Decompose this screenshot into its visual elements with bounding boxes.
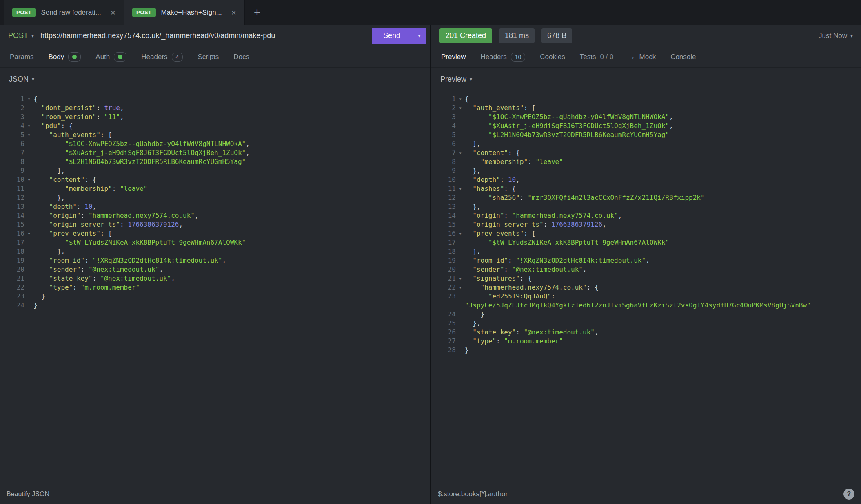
code-line[interactable]: 14 "origin": "hammerhead.nexy7574.co.uk"…: [7, 211, 427, 220]
response-filter-input[interactable]: [438, 490, 843, 498]
fold-toggle-icon[interactable]: ▾: [24, 95, 33, 104]
line-number: 3: [438, 113, 456, 122]
line-number: 1: [7, 95, 24, 104]
fold-spacer: [24, 193, 33, 202]
fold-spacer: [456, 166, 465, 175]
fold-toggle-icon[interactable]: ▾: [24, 175, 33, 184]
fold-spacer: [456, 113, 465, 122]
line-number: 16: [438, 229, 456, 238]
code-line[interactable]: 20 "sender": "@nex:timedout.uk",: [7, 265, 427, 274]
response-history-dropdown[interactable]: Just Now ▾: [819, 32, 857, 40]
line-number: 6: [7, 139, 24, 148]
code-line[interactable]: 19 "room_id": "!XRqZN3zQD2dtHc8I4k:timed…: [7, 256, 427, 265]
code-line[interactable]: 10▾ "content": {: [7, 175, 427, 184]
response-nav-tabs: Preview Headers 10 Cookies Tests 0 / 0 →…: [431, 46, 861, 68]
fold-toggle-icon[interactable]: ▾: [24, 229, 33, 238]
fold-spacer: [24, 113, 33, 122]
tab-tests[interactable]: Tests 0 / 0: [573, 46, 621, 67]
line-number: 19: [438, 256, 456, 265]
send-options-button[interactable]: ▾: [412, 28, 426, 44]
code-line[interactable]: 13 "depth": 10,: [7, 202, 427, 211]
add-tab-button[interactable]: +: [245, 0, 269, 25]
code-line[interactable]: 11 "membership": "leave": [7, 184, 427, 193]
tab-response-headers[interactable]: Headers 10: [473, 46, 533, 67]
status-badge: 201 Created: [439, 28, 492, 43]
fold-toggle-icon[interactable]: ▾: [456, 104, 465, 113]
code-line[interactable]: 7 "$XuAstr_j-eH9diSqF8J6T3FGDUct5lOqXjBe…: [7, 148, 427, 157]
request-tab-make-hash-sign[interactable]: POST Make+Hash+Sign... ×: [124, 0, 245, 25]
fold-toggle-icon[interactable]: ▾: [456, 229, 465, 238]
tab-console[interactable]: Console: [663, 46, 703, 67]
help-icon[interactable]: ?: [843, 489, 854, 500]
code-line: 1▾{: [438, 95, 858, 104]
code-line: 13 },: [438, 202, 858, 211]
preview-mode-selector[interactable]: Preview ▾: [431, 68, 861, 91]
tab-preview[interactable]: Preview: [434, 46, 473, 67]
tab-cookies[interactable]: Cookies: [533, 46, 572, 67]
code-line[interactable]: 15 "origin_server_ts": 1766386379126,: [7, 220, 427, 229]
code-line[interactable]: 8 "$L2H1N6O4b73wR3vzT2ODFR5RLB6KeaumRcYU…: [7, 157, 427, 166]
method-selector[interactable]: POST: [8, 31, 28, 40]
line-number: 2: [7, 104, 24, 113]
code-line[interactable]: 3 "room_version": "11",: [7, 113, 427, 122]
chevron-down-icon[interactable]: ▾: [31, 33, 34, 39]
fold-toggle-icon[interactable]: ▾: [456, 148, 465, 157]
tab-label: Body: [49, 53, 64, 61]
code-line[interactable]: 21 "state_key": "@nex:timedout.uk",: [7, 274, 427, 283]
line-number: 27: [438, 337, 456, 346]
fold-toggle-icon[interactable]: ▾: [456, 283, 465, 292]
code-line[interactable]: 1▾{: [7, 95, 427, 104]
fold-toggle-icon[interactable]: ▾: [24, 122, 33, 130]
code-line: 16▾ "prev_events": [: [438, 229, 858, 238]
fold-spacer: [24, 247, 33, 256]
tab-params[interactable]: Params: [2, 46, 41, 67]
code-line: 10 "depth": 10,: [438, 175, 858, 184]
code-line[interactable]: 24}: [7, 301, 427, 310]
fold-toggle-icon[interactable]: ▾: [456, 95, 465, 104]
tab-auth[interactable]: Auth: [88, 46, 134, 67]
code-line[interactable]: 17 "$tW_LYudsZNiKeA-xkK8BPptuTt_9geWHmAn…: [7, 238, 427, 247]
code-line[interactable]: 12 },: [7, 193, 427, 202]
tab-scripts[interactable]: Scripts: [190, 46, 226, 67]
request-tab-send-raw-federation[interactable]: POST Send raw federati... ×: [4, 0, 124, 25]
line-number: 22: [438, 283, 456, 292]
response-footer: ?: [431, 484, 861, 504]
body-type-selector[interactable]: JSON ▾: [0, 68, 430, 91]
chevron-down-icon: ▾: [850, 33, 853, 39]
code-line[interactable]: 5▾ "auth_events": [: [7, 130, 427, 139]
line-number: 18: [438, 247, 456, 256]
close-icon[interactable]: ×: [231, 8, 236, 17]
code-line[interactable]: 22 "type": "m.room.member": [7, 283, 427, 292]
fold-toggle-icon[interactable]: ▾: [456, 274, 465, 283]
line-number: 26: [438, 328, 456, 337]
code-line[interactable]: 2 "dont_persist": true,: [7, 104, 427, 113]
code-line[interactable]: 9 ],: [7, 166, 427, 175]
url-input[interactable]: https://hammerhead.nexy7574.co.uk/_hamme…: [40, 31, 275, 40]
tab-docs[interactable]: Docs: [226, 46, 257, 67]
green-dot-icon: [72, 55, 77, 59]
tab-headers[interactable]: Headers 4: [134, 46, 190, 67]
chevron-down-icon: ▾: [470, 76, 472, 82]
fold-spacer: [456, 202, 465, 211]
fold-spacer: [24, 301, 33, 310]
close-icon[interactable]: ×: [111, 8, 115, 17]
line-number: 15: [7, 220, 24, 229]
code-line[interactable]: 6 "$1OC-XnwPEOZ5bz--qUahdbz-yO4lfWdV8gNT…: [7, 139, 427, 148]
tab-mock[interactable]: → Mock: [621, 46, 664, 67]
tab-title: Send raw federati...: [41, 9, 101, 17]
code-line[interactable]: 23 }: [7, 292, 427, 301]
code-line[interactable]: 16▾ "prev_events": [: [7, 229, 427, 238]
code-line[interactable]: 4▾ "pdu": {: [7, 122, 427, 130]
tab-label: Tests: [580, 53, 596, 61]
fold-toggle-icon[interactable]: ▾: [456, 184, 465, 193]
request-body-editor[interactable]: 1▾{2 "dont_persist": true,3 "room_versio…: [0, 91, 430, 484]
send-button[interactable]: Send: [372, 28, 412, 44]
line-number: 5: [438, 130, 456, 139]
tab-body[interactable]: Body: [41, 46, 89, 67]
fold-toggle-icon[interactable]: ▾: [24, 130, 33, 139]
code-line: 23 "ed25519:QqJAuQ":: [438, 292, 858, 301]
response-headers-count-badge: 10: [511, 53, 526, 62]
code-line[interactable]: 18 ],: [7, 247, 427, 256]
beautify-json-button[interactable]: Beautify JSON: [7, 491, 49, 498]
line-number: 20: [438, 265, 456, 274]
